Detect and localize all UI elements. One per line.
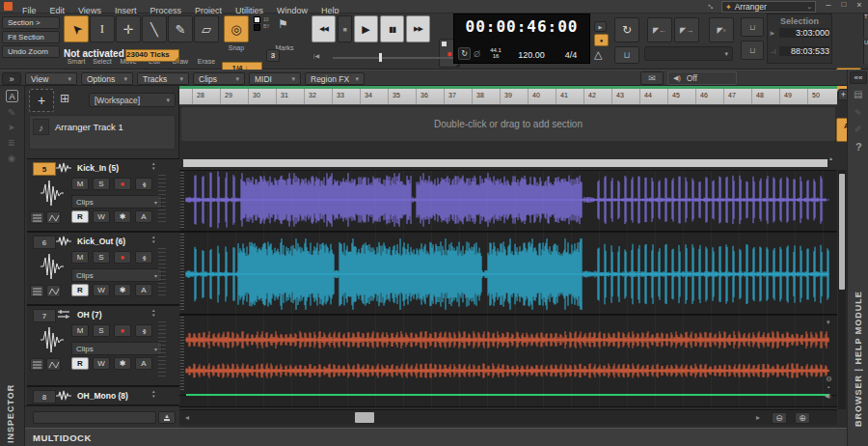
- track-number[interactable]: 5: [33, 162, 56, 176]
- mute-button[interactable]: M: [71, 178, 89, 190]
- restore-button[interactable]: □: [837, 0, 851, 13]
- marks-icon[interactable]: ⚑: [278, 17, 288, 31]
- track-manager-button[interactable]: ✉: [640, 71, 664, 85]
- menu-tab-midi[interactable]: MIDI▾: [249, 72, 301, 85]
- solo-button[interactable]: S: [93, 324, 110, 337]
- h-scrollbar-thumb[interactable]: [355, 412, 374, 423]
- automation-r-button[interactable]: R: [71, 357, 89, 370]
- clip-lane-kick-out[interactable]: [179, 232, 837, 315]
- tool-erase[interactable]: ▱: [194, 15, 219, 42]
- track-6[interactable]: 6Kick_Out (6)▴▾MS●•)))Clips▾RW✱A: [27, 232, 179, 305]
- solo-button[interactable]: S: [93, 251, 110, 264]
- snap-toggle-top[interactable]: [254, 16, 260, 23]
- arm-record-button[interactable]: ●: [114, 178, 131, 190]
- envelope-tool-icon[interactable]: [46, 358, 61, 371]
- menu-tab-view[interactable]: View▾: [25, 72, 77, 85]
- workspace-selector[interactable]: ✦ Arranger ⌄: [721, 1, 816, 13]
- arranger-track-header[interactable]: ♪ Arranger Track 1: [29, 115, 176, 150]
- automation-lanes-icon[interactable]: [30, 211, 44, 224]
- workspace-dropdown[interactable]: [Workspace] ▾: [89, 93, 176, 107]
- scroll-right-icon[interactable]: ▸: [756, 413, 760, 422]
- loop-set2-button[interactable]: ⊔: [741, 41, 764, 60]
- menu-tab-options[interactable]: Options▾: [81, 72, 133, 85]
- punch-in-button[interactable]: ◤ ←: [647, 17, 672, 42]
- automation-r-button[interactable]: R: [71, 210, 89, 223]
- clips-dropdown[interactable]: Clips▾: [71, 195, 162, 209]
- mute-button[interactable]: M: [71, 251, 89, 264]
- resize-icon[interactable]: ↔: [705, 0, 719, 13]
- lane-box-icon[interactable]: ▪: [827, 384, 829, 390]
- snap-count[interactable]: 3: [266, 49, 280, 62]
- clip-lane-kick-in[interactable]: [179, 170, 837, 232]
- browser-helpmodule-label[interactable]: BROWSER | HELP MODULE: [854, 224, 863, 427]
- v-scrollbar-thumb[interactable]: [839, 174, 845, 290]
- sample-rate[interactable]: 44.1 16: [486, 47, 505, 59]
- tool-draw[interactable]: ✎: [168, 15, 193, 42]
- tempo-value[interactable]: 120.00: [510, 50, 553, 60]
- automation-w-button[interactable]: W: [93, 357, 110, 370]
- mute-button[interactable]: M: [71, 324, 89, 337]
- collapse-icon[interactable]: ▴▾: [152, 161, 155, 171]
- track-7[interactable]: 7OH (7)▴▾MS●•)))Clips▾RW✱A: [27, 305, 179, 386]
- lanes-icon[interactable]: ≣: [8, 138, 15, 148]
- engine-icon[interactable]: Ø: [474, 49, 480, 59]
- snap-toggle-bottom[interactable]: [254, 24, 260, 31]
- automation-w-button[interactable]: W: [93, 284, 110, 296]
- clip-lane-oh[interactable]: [179, 315, 837, 396]
- add-section-button[interactable]: +: [29, 89, 54, 112]
- input-echo-button[interactable]: •))): [135, 324, 152, 337]
- automation-a-button[interactable]: A: [135, 210, 152, 223]
- punch-out-button[interactable]: ◤ →: [674, 17, 699, 42]
- arranger-lane[interactable]: Double-click or drag to add section: [181, 107, 835, 141]
- menu-tab-region-fx[interactable]: Region FX▾: [305, 72, 365, 85]
- scroll-up-icon[interactable]: ▴: [829, 154, 832, 161]
- automation-✱-button[interactable]: ✱: [114, 357, 131, 370]
- arm-record-button[interactable]: ●: [114, 251, 131, 264]
- tool-move[interactable]: ✛: [116, 15, 141, 42]
- clips-dropdown[interactable]: Clips▾: [71, 268, 162, 282]
- section-button-2[interactable]: Undo Zoom: [2, 45, 60, 58]
- multidock-bar[interactable]: MULTIDOCK: [25, 428, 847, 446]
- automation-w-button[interactable]: W: [93, 210, 110, 223]
- track-5[interactable]: 5Kick_In (5)▴▾MS●•)))Clips▾RW✱A: [27, 158, 179, 232]
- record-mode-button[interactable]: ●: [594, 34, 609, 46]
- timeline-ruler[interactable]: 2829303132333435363738394041424344454647…: [179, 86, 837, 105]
- automation-r-button[interactable]: R: [71, 284, 89, 296]
- automation-lanes-icon[interactable]: [30, 285, 44, 297]
- arranger-inspector-button[interactable]: A: [6, 90, 18, 102]
- track-number[interactable]: 6: [33, 236, 56, 249]
- arm-record-button[interactable]: ●: [114, 324, 131, 337]
- snap-button[interactable]: ◎: [224, 15, 249, 42]
- position-slider-thumb[interactable]: [379, 53, 382, 62]
- clipped-button-1[interactable]: T: [863, 14, 868, 38]
- tool-edit[interactable]: ╲: [142, 15, 167, 42]
- menu-tab-clips[interactable]: Clips▾: [193, 72, 245, 85]
- inspector-label[interactable]: INSPECTOR: [6, 337, 15, 443]
- metronome-icon[interactable]: △: [594, 48, 602, 61]
- collapse-icon[interactable]: ▴▾: [152, 308, 155, 318]
- forward-button[interactable]: ▶▶: [406, 15, 430, 42]
- lane-chevron-icon[interactable]: ▾: [827, 319, 830, 326]
- arrow-icon[interactable]: ➤: [8, 123, 15, 132]
- clipped-button-2[interactable]: U: [863, 40, 868, 64]
- collapse-icon[interactable]: ▴▾: [152, 389, 155, 399]
- section-button-0[interactable]: Section >: [2, 16, 60, 29]
- sync-icon[interactable]: ↻: [458, 47, 471, 60]
- punch-marker-button[interactable]: ◤ ▫: [709, 17, 734, 42]
- lane-zoom-icon[interactable]: ⊖: [826, 375, 832, 383]
- input-echo-button[interactable]: •))): [135, 251, 152, 264]
- solo-button[interactable]: S: [93, 178, 110, 190]
- section-button-1[interactable]: Fit Section: [2, 31, 60, 43]
- add-track-icon[interactable]: ⊞: [60, 92, 69, 105]
- eject-button[interactable]: ▲: [158, 411, 176, 424]
- automation-a-button[interactable]: A: [135, 357, 152, 370]
- input-echo-button[interactable]: •))): [135, 178, 152, 190]
- automation-✱-button[interactable]: ✱: [114, 284, 131, 296]
- track-number[interactable]: 7: [33, 309, 56, 322]
- zoom-out-button[interactable]: ⊖: [772, 412, 787, 424]
- clip-lane-oh-mono[interactable]: [179, 395, 837, 407]
- punch-preset-dropdown[interactable]: ▾: [644, 46, 733, 61]
- clip-header-strip[interactable]: [183, 159, 827, 167]
- rewind-button[interactable]: ◀◀: [312, 15, 336, 42]
- lane-speaker-icon[interactable]: ◀): [825, 392, 831, 399]
